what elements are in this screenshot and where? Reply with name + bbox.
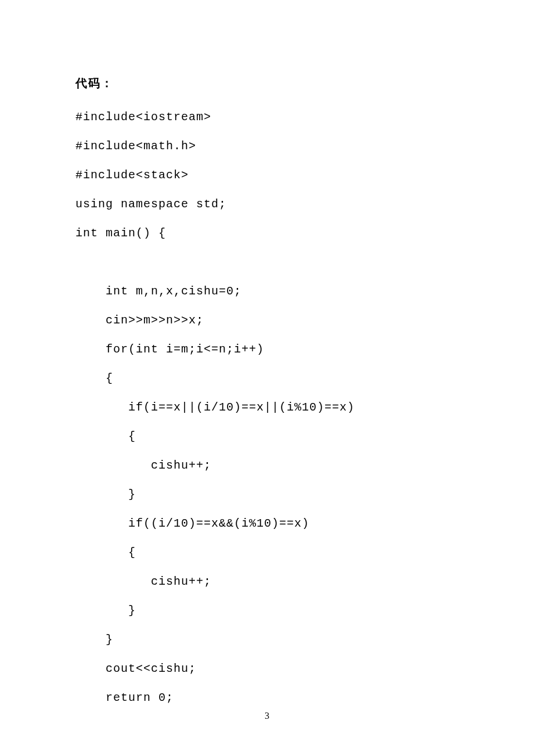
code-line: return 0; [75,692,459,704]
code-line: #include<stack> [75,170,459,181]
code-line: int main() { [75,228,459,239]
document-page: 代码： #include<iostream>#include<math.h>#i… [0,0,534,756]
section-heading: 代码： [75,75,459,91]
code-line: { [75,373,459,384]
code-line: cishu++; [75,460,459,471]
blank-line [75,257,459,286]
page-number: 3 [0,711,534,721]
code-line: } [75,605,459,617]
code-line: { [75,431,459,442]
code-line: #include<iostream> [75,111,459,123]
code-line: #include<math.h> [75,141,459,152]
code-line: int m,n,x,cishu=0; [75,286,459,297]
code-block: #include<iostream>#include<math.h>#inclu… [75,111,459,704]
code-line: cin>>m>>n>>x; [75,315,459,326]
code-line: cishu++; [75,576,459,588]
code-line: if(i==x||(i/10)==x||(i%10)==x) [75,402,459,413]
code-line: { [75,547,459,559]
code-line: } [75,634,459,646]
code-line: if((i/10)==x&&(i%10)==x) [75,518,459,530]
code-line: for(int i=m;i<=n;i++) [75,344,459,355]
code-line: cout<<cishu; [75,663,459,675]
code-line: using namespace std; [75,199,459,210]
code-line: } [75,489,459,501]
